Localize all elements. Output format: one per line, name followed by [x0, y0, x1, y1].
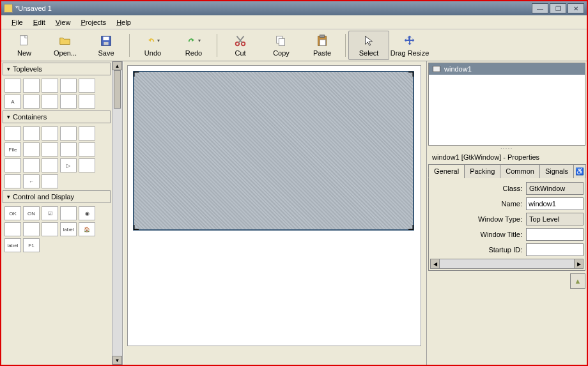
maximize-button[interactable]: ❐ [550, 3, 566, 13]
svg-rect-10 [320, 40, 325, 45]
palette-scrollbar[interactable]: ▲ ▼ [112, 61, 122, 365]
palette-item[interactable]: ON [23, 206, 40, 220]
palette-item[interactable]: A [4, 95, 21, 109]
pane-grip[interactable]: ····· [428, 146, 585, 151]
palette-section-toplevels[interactable]: Toplevels [3, 63, 111, 75]
resize-handle-br[interactable] [406, 222, 414, 230]
palette-item[interactable] [42, 222, 58, 236]
prop-startup-id-input[interactable] [526, 243, 584, 256]
palette-item[interactable]: label [60, 222, 77, 236]
palette-item[interactable] [60, 126, 77, 141]
prop-class-value[interactable]: GtkWindow [526, 182, 584, 195]
scroll-left-icon[interactable]: ◀ [431, 259, 440, 268]
toolbar-separator [217, 34, 217, 57]
redo-button[interactable]: ▾Redo [173, 31, 214, 60]
tab-common[interactable]: Common [500, 164, 540, 178]
menu-file[interactable]: File [6, 17, 28, 28]
properties-title: window1 [GtkWindow] - Properties [428, 151, 585, 164]
palette-item[interactable] [4, 174, 21, 188]
prop-window-title-input[interactable] [526, 228, 584, 241]
palette-item[interactable] [42, 142, 58, 156]
open-button[interactable]: Open... [45, 31, 86, 60]
design-canvas[interactable] [123, 61, 427, 365]
scroll-right-icon[interactable]: ▶ [574, 259, 583, 268]
palette-item[interactable]: File [4, 142, 21, 156]
palette-item[interactable]: F1 [23, 238, 40, 252]
scroll-up-icon[interactable]: ▲ [112, 61, 122, 70]
palette-item[interactable]: 🏠 [79, 222, 95, 236]
tab-packing[interactable]: Packing [464, 164, 500, 178]
palette-item[interactable]: ← [23, 174, 40, 188]
minimize-button[interactable]: — [532, 3, 548, 13]
resize-handle-tl[interactable] [134, 72, 141, 79]
palette-item[interactable] [4, 158, 21, 172]
palette-grid-toplevels: A [3, 77, 111, 111]
palette-item[interactable]: ◉ [79, 206, 95, 220]
palette-item[interactable] [60, 142, 77, 156]
palette-item[interactable] [42, 174, 58, 188]
resize-handle-bl[interactable] [134, 222, 141, 230]
palette-item[interactable] [42, 79, 58, 93]
select-button[interactable]: Select [348, 31, 389, 60]
palette-item[interactable] [23, 158, 40, 172]
palette-item[interactable] [4, 126, 21, 141]
tab-signals[interactable]: Signals [539, 164, 574, 178]
palette-item[interactable] [42, 95, 58, 109]
close-button[interactable]: ✕ [568, 3, 584, 13]
palette-item[interactable]: ☑ [42, 206, 58, 220]
undo-icon: ▾ [146, 34, 160, 48]
resize-handle-tr[interactable] [406, 72, 414, 79]
design-window[interactable] [133, 71, 414, 231]
palette-item[interactable] [23, 95, 40, 109]
tab-accessibility[interactable]: ♿ [573, 164, 586, 178]
palette-item[interactable]: ▷ [60, 158, 77, 172]
prop-name-input[interactable] [526, 197, 584, 210]
palette-item[interactable] [79, 142, 95, 156]
palette-section-control-display[interactable]: Control and Display [3, 190, 111, 203]
cut-button[interactable]: Cut [220, 31, 261, 60]
menu-projects[interactable]: Projects [75, 17, 111, 28]
palette-item[interactable] [79, 126, 95, 141]
palette-item[interactable] [23, 222, 40, 236]
tab-general[interactable]: General [428, 164, 465, 178]
scrollbar-thumb[interactable] [114, 70, 121, 109]
palette-item[interactable] [60, 79, 77, 93]
clear-button[interactable]: ▲ [570, 273, 585, 289]
scroll-down-icon[interactable]: ▼ [112, 356, 122, 365]
save-button[interactable]: Save [86, 31, 127, 60]
save-icon [99, 34, 113, 48]
svg-rect-0 [20, 35, 27, 45]
palette-grid-control: OK ON ☑ ◉ label 🏠 label F1 [3, 204, 111, 254]
menu-view[interactable]: View [50, 17, 76, 28]
palette-item[interactable]: OK [4, 206, 21, 220]
palette-item[interactable] [79, 158, 95, 172]
paste-button[interactable]: Paste [302, 31, 343, 60]
palette-item[interactable] [23, 142, 40, 156]
drag-resize-button[interactable]: Drag Resize [389, 31, 430, 60]
palette-item[interactable] [4, 79, 21, 93]
new-button[interactable]: New [4, 31, 45, 60]
menubar: File Edit View Projects Help [1, 15, 587, 29]
prop-window-type-value[interactable]: Top Level [526, 213, 584, 225]
palette-section-containers[interactable]: Containers [3, 111, 111, 123]
palette-item[interactable] [60, 95, 77, 109]
menu-edit[interactable]: Edit [28, 17, 50, 28]
copy-button[interactable]: Copy [261, 31, 302, 60]
properties-hscrollbar[interactable]: ◀▶ [430, 259, 584, 269]
palette-item[interactable] [42, 126, 58, 141]
palette-item[interactable] [23, 126, 40, 141]
palette-item[interactable] [23, 79, 40, 93]
palette-item[interactable] [60, 206, 77, 220]
palette-item[interactable] [4, 222, 21, 236]
palette-item[interactable] [79, 79, 95, 93]
accessibility-icon: ♿ [575, 167, 584, 175]
palette-item[interactable] [42, 158, 58, 172]
tree-item-window1[interactable]: window1 [429, 63, 585, 75]
toolbar: New Open... Save ▾Undo ▾Redo Cut Copy Pa… [1, 29, 587, 61]
palette-item[interactable] [79, 95, 95, 109]
move-icon [403, 34, 417, 48]
undo-button[interactable]: ▾Undo [132, 31, 173, 60]
widget-tree[interactable]: window1 [428, 63, 585, 146]
menu-help[interactable]: Help [111, 17, 136, 28]
palette-item[interactable]: label [4, 238, 21, 252]
